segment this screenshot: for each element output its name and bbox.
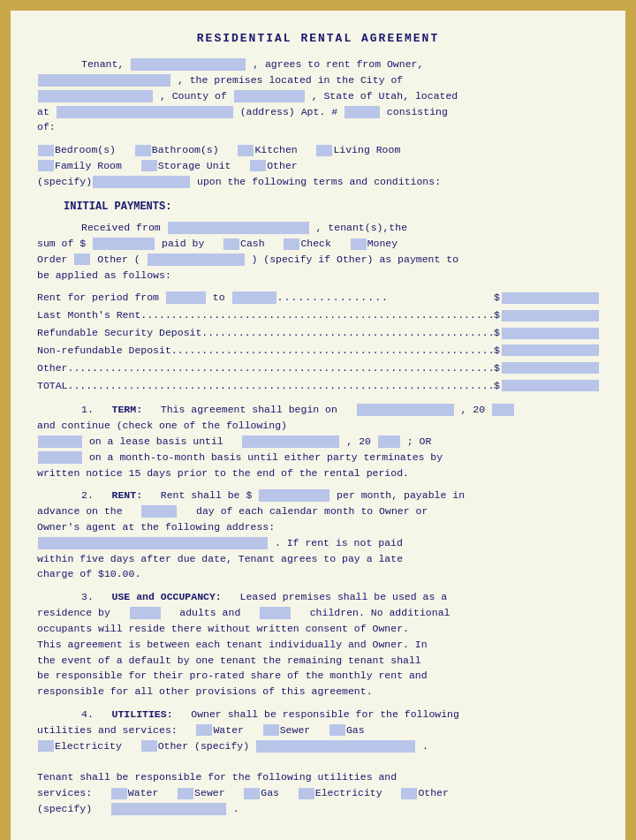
received-from-label: Received from xyxy=(81,222,161,233)
default-text: the event of a default by one tenant the… xyxy=(37,655,421,666)
document-title: RESIDENTIAL RENTAL AGREEMENT xyxy=(37,30,599,48)
total-input[interactable] xyxy=(502,380,599,391)
tenant-sewer-checkbox[interactable] xyxy=(178,788,193,799)
children-text: children. No additional xyxy=(310,607,450,618)
cash-label: Cash xyxy=(240,238,265,249)
tenant-other-checkbox[interactable] xyxy=(401,788,417,799)
tenant-gas-checkbox[interactable] xyxy=(244,788,260,799)
lease-text: on a lease basis until xyxy=(89,435,223,447)
address-input[interactable] xyxy=(57,106,233,118)
livingroom-checkbox[interactable] xyxy=(316,145,332,156)
cash-checkbox[interactable] xyxy=(223,238,239,250)
kitchen-checkbox[interactable] xyxy=(238,145,254,156)
late-charge-text: charge of $10.00. xyxy=(37,568,140,579)
rent-amount-field[interactable] xyxy=(259,489,329,502)
nonrefund-dollar: $ xyxy=(494,343,500,359)
owner-other-checkbox[interactable] xyxy=(141,740,157,752)
bedroom-checkbox[interactable] xyxy=(38,145,54,156)
utilities-block: 4. UTILITIES: Owner shall be responsible… xyxy=(37,707,599,817)
prorated-text: be responsible for their pro-rated share… xyxy=(37,670,428,681)
received-from-input[interactable] xyxy=(168,222,309,234)
upon-text: upon the following terms and conditions: xyxy=(197,176,441,187)
other-checkbox[interactable] xyxy=(250,160,266,171)
tenant-name-input[interactable] xyxy=(131,58,246,71)
familyroom-checkbox[interactable] xyxy=(38,160,54,171)
tenant-specify-input[interactable] xyxy=(111,803,226,815)
payment-lines-block: Rent for period from to ................… xyxy=(37,290,599,393)
owner-gas-checkbox[interactable] xyxy=(329,724,345,736)
last-month-dots: ........................................… xyxy=(140,307,494,323)
livingroom-label: Living Room xyxy=(333,144,400,155)
lease-year-input[interactable] xyxy=(378,435,400,448)
other-end-text: ) (specify if Other) as payment to xyxy=(251,254,458,265)
sum-input[interactable] xyxy=(93,238,155,250)
storage-checkbox[interactable] xyxy=(141,160,157,171)
property-types-block: Bedroom(s) Bathroom(s) Kitchen Living Ro… xyxy=(37,142,599,189)
other-payments-label: Other xyxy=(37,360,68,376)
other-dollar: $ xyxy=(494,360,500,376)
rent-day-input[interactable] xyxy=(141,505,177,518)
other-amount-input[interactable] xyxy=(502,362,599,374)
tenant-specify-label: (specify) xyxy=(37,803,92,814)
month-checkbox-input[interactable] xyxy=(38,451,82,464)
owner-other-input[interactable] xyxy=(256,740,415,753)
term-begin-input[interactable] xyxy=(357,404,454,416)
check-checkbox[interactable] xyxy=(284,238,299,250)
use-number: 3. xyxy=(81,591,94,602)
tenant-electricity-checkbox[interactable] xyxy=(299,788,314,799)
lease-until-input[interactable] xyxy=(242,435,339,448)
last-month-input[interactable] xyxy=(502,310,599,322)
tenant-water-checkbox[interactable] xyxy=(111,788,127,799)
security-dots: ........................................… xyxy=(201,325,494,341)
rent-from-input[interactable] xyxy=(166,291,206,304)
term-text1: This agreement shall begin on xyxy=(161,404,337,415)
children-input[interactable] xyxy=(260,607,291,619)
if-rent-text: . If rent is not paid xyxy=(275,537,403,549)
term-year-input[interactable] xyxy=(492,404,514,416)
owner-electricity-checkbox[interactable] xyxy=(38,740,54,752)
paid-by-label: paid by xyxy=(162,238,204,249)
other-specify-input[interactable] xyxy=(148,254,245,266)
rent-number: 2. xyxy=(81,489,94,501)
owner-water-checkbox[interactable] xyxy=(196,724,212,736)
tenant-sewer-label: Sewer xyxy=(194,787,225,798)
residence-by-text: residence by xyxy=(37,607,110,618)
specify-label: (specify) xyxy=(37,176,92,187)
specify-input[interactable] xyxy=(93,176,190,188)
other-payment-checkbox[interactable] xyxy=(74,254,90,265)
money-checkbox[interactable] xyxy=(351,238,367,250)
sum-label: sum of $ xyxy=(37,238,86,249)
security-input[interactable] xyxy=(502,328,599,339)
initial-payments-block: INITIAL PAYMENTS: Received from , tenant… xyxy=(37,199,599,284)
day-text: day of each calendar month to Owner or xyxy=(196,505,428,517)
nonrefund-input[interactable] xyxy=(502,344,599,356)
storage-label: Storage Unit xyxy=(158,160,231,171)
owner-name-input[interactable] xyxy=(38,74,170,87)
document-page: RESIDENTIAL RENTAL AGREEMENT Tenant, , a… xyxy=(9,9,627,840)
tenant-services-text: services: xyxy=(37,787,92,798)
city-input[interactable] xyxy=(38,90,153,102)
nonrefund-label: Non-refundable Deposit xyxy=(37,343,171,359)
rent-to-input[interactable] xyxy=(232,291,276,304)
adults-input[interactable] xyxy=(130,607,161,619)
initial-payments-title: INITIAL PAYMENTS: xyxy=(64,199,599,216)
rent-address-input[interactable] xyxy=(38,537,268,549)
month-text: on a month-to-month basis until either p… xyxy=(89,451,443,463)
rent-amount-input[interactable] xyxy=(502,292,599,304)
tenant-water-label: Water xyxy=(128,787,159,798)
rent-period-label: Rent for period from xyxy=(37,290,165,306)
term-title: TERM: xyxy=(112,404,143,415)
rent-dots: ................ xyxy=(277,290,495,306)
county-input[interactable] xyxy=(234,90,305,102)
tenant-electricity-label: Electricity xyxy=(315,787,382,798)
state-text: , State of Utah, located xyxy=(312,90,458,102)
other-label: Other xyxy=(267,160,298,171)
bathroom-checkbox[interactable] xyxy=(135,145,151,156)
all-provisions-text: responsible for all other provisions of … xyxy=(37,685,373,697)
rent-title: RENT: xyxy=(112,489,143,501)
lease-20: , 20 xyxy=(346,435,371,447)
be-applied-text: be applied as follows: xyxy=(37,269,171,281)
owner-sewer-checkbox[interactable] xyxy=(263,724,279,736)
lease-checkbox-input[interactable] xyxy=(38,435,82,448)
apt-input[interactable] xyxy=(344,106,380,118)
